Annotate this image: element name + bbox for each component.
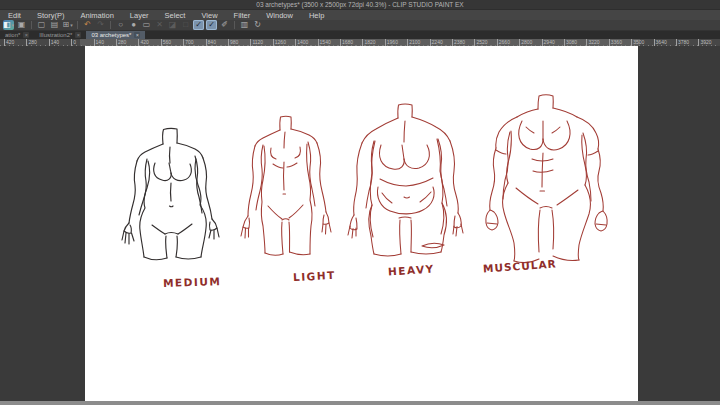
ruler-tick-label: 1540 xyxy=(318,39,331,46)
menu-item-edit[interactable]: Edit xyxy=(0,11,29,20)
marquee-icon[interactable]: ▭ xyxy=(141,20,152,30)
menu-item-select[interactable]: Select xyxy=(157,11,194,20)
scale-rotate-icon: ◪ xyxy=(169,20,177,30)
figure-label-medium: MEDIUM xyxy=(163,275,222,289)
menu-item-help[interactable]: Help xyxy=(301,11,332,20)
snap-to-special-ruler-icon[interactable]: ✓ xyxy=(206,20,217,30)
ruler-tick-label: 3080 xyxy=(564,39,577,46)
ruler-tick-label: 700 xyxy=(183,39,193,46)
document-tab-illustration2-[interactable]: Illustration2*× xyxy=(34,31,86,39)
menu-item-storyp[interactable]: Story(P) xyxy=(29,11,73,20)
menu-item-window[interactable]: Window xyxy=(258,11,301,20)
dropdown-caret-icon[interactable]: ▾ xyxy=(12,20,15,30)
redo-icon[interactable]: ↷ xyxy=(95,20,106,30)
frame-icon: □ xyxy=(183,20,188,30)
menu-item-view[interactable]: View xyxy=(193,11,225,20)
ruler-tick-label: 2660 xyxy=(497,39,510,46)
ruler-tick-label: 2800 xyxy=(519,39,532,46)
new-file-icon: ▢ xyxy=(38,20,46,30)
menu-item-animation[interactable]: Animation xyxy=(72,11,121,20)
ruler-tick-label: 1960 xyxy=(385,39,398,46)
ruler-tick-label: 3640 xyxy=(654,39,667,46)
clip-studio-icon: ▣ xyxy=(18,20,26,30)
figure-label-light: LIGHT xyxy=(293,269,336,283)
ruler-tick-label: 3780 xyxy=(676,39,689,46)
document-tabs: ation*×Illustration2*×03 archetypes*× xyxy=(0,31,720,39)
tab-label: 03 archetypes* xyxy=(91,32,131,38)
canvas-viewport[interactable]: MEDIUM LIGHT HEAVY MUSCULAR xyxy=(0,46,720,405)
print-icon: ⊞ xyxy=(62,20,69,30)
snap-to-ruler-icon: ✓ xyxy=(195,20,202,30)
redo-icon: ↷ xyxy=(97,20,104,30)
app-tool-icon: ◧ xyxy=(3,20,11,30)
app-tool-icon[interactable]: ◧▾ xyxy=(3,20,14,30)
snap-to-ruler-icon[interactable]: ✓ xyxy=(193,20,204,30)
reset-display-icon: ↻ xyxy=(254,20,261,30)
undo-icon[interactable]: ↶ xyxy=(82,20,93,30)
deselect-icon[interactable]: ○ xyxy=(115,20,126,30)
ruler-tick-label: 1400 xyxy=(295,39,308,46)
ruler-tick-label: 140 xyxy=(94,39,104,46)
toolbar-separator xyxy=(31,21,32,29)
ruler-tick-label: 1820 xyxy=(362,39,375,46)
title-bar: 03 archetypes* (3500 x 2500px 72dpi 40.3… xyxy=(0,0,720,10)
ruler-tick-label: 3500 xyxy=(631,39,644,46)
tab-close-icon[interactable]: × xyxy=(75,32,81,38)
ruler-tick-label: 980 xyxy=(228,39,238,46)
ruler-tick-label: 3920 xyxy=(698,39,711,46)
ruler-tick-label: 0 xyxy=(71,39,76,46)
figure-sketch-muscular xyxy=(478,92,626,264)
horizontal-ruler: 4202801400140280420560700840980112012601… xyxy=(0,39,720,46)
frame-icon[interactable]: □ xyxy=(180,20,191,30)
ruler-tick-label: 420 xyxy=(138,39,148,46)
clip-studio-icon[interactable]: ▣ xyxy=(16,20,27,30)
ruler-tick-label: 3360 xyxy=(609,39,622,46)
snap-to-grid-icon: ✐ xyxy=(221,20,228,30)
ruler-tick-label: 840 xyxy=(206,39,216,46)
document-tab-03-archetypes-[interactable]: 03 archetypes*× xyxy=(86,31,145,39)
toolbar-separator xyxy=(77,21,78,29)
snap-to-grid-icon[interactable]: ✐ xyxy=(219,20,230,30)
tab-label: ation* xyxy=(5,32,20,38)
tab-label: Illustration2* xyxy=(39,32,72,38)
window-bottom-edge xyxy=(0,401,720,405)
document-tab-ation-[interactable]: ation*× xyxy=(0,31,34,39)
ruler-tick-label: 560 xyxy=(161,39,171,46)
canvas-page[interactable]: MEDIUM LIGHT HEAVY MUSCULAR xyxy=(85,46,638,405)
figure-sketch-light xyxy=(240,115,336,263)
clear-selection-icon[interactable]: ✕ xyxy=(154,20,165,30)
panel-icon: ▥ xyxy=(241,20,249,30)
open-file-icon[interactable]: ▤ xyxy=(49,20,60,30)
ruler-tick-label: 1260 xyxy=(273,39,286,46)
ruler-tick-label: 1680 xyxy=(340,39,353,46)
tab-close-icon[interactable]: × xyxy=(23,32,29,38)
dropdown-caret-icon[interactable]: ▾ xyxy=(70,20,73,30)
toolbar-separator xyxy=(234,21,235,29)
deselect-icon: ○ xyxy=(118,20,123,30)
ruler-tick-label: 2100 xyxy=(407,39,420,46)
window-title: 03 archetypes* (3500 x 2500px 72dpi 40.3… xyxy=(256,1,463,8)
ruler-tick-label: 140 xyxy=(49,39,59,46)
undo-icon: ↶ xyxy=(84,20,91,30)
ruler-tick-label: 2520 xyxy=(474,39,487,46)
ruler-tick-label: 280 xyxy=(116,39,126,46)
ruler-tick-label: 420 xyxy=(4,39,14,46)
tab-close-icon[interactable]: × xyxy=(134,32,140,38)
clear-selection-icon: ✕ xyxy=(156,20,163,30)
clip-studio-paint-window: 03 archetypes* (3500 x 2500px 72dpi 40.3… xyxy=(0,0,720,405)
print-icon[interactable]: ⊞▾ xyxy=(62,20,73,30)
menu-item-layer[interactable]: Layer xyxy=(122,11,157,20)
open-file-icon: ▤ xyxy=(51,20,59,30)
figure-label-heavy: HEAVY xyxy=(388,262,435,277)
menu-item-filter[interactable]: Filter xyxy=(226,11,259,20)
marquee-icon: ▭ xyxy=(143,20,151,30)
ruler-tick-label: 2940 xyxy=(542,39,555,46)
scale-rotate-icon[interactable]: ◪ xyxy=(167,20,178,30)
snap-to-special-ruler-icon: ✓ xyxy=(208,20,215,30)
toolbar-separator xyxy=(110,21,111,29)
new-file-icon[interactable]: ▢ xyxy=(36,20,47,30)
ruler-tick-label: 280 xyxy=(26,39,36,46)
fill-icon[interactable]: ● xyxy=(128,20,139,30)
reset-display-icon[interactable]: ↻ xyxy=(252,20,263,30)
panel-icon[interactable]: ▥ xyxy=(239,20,250,30)
